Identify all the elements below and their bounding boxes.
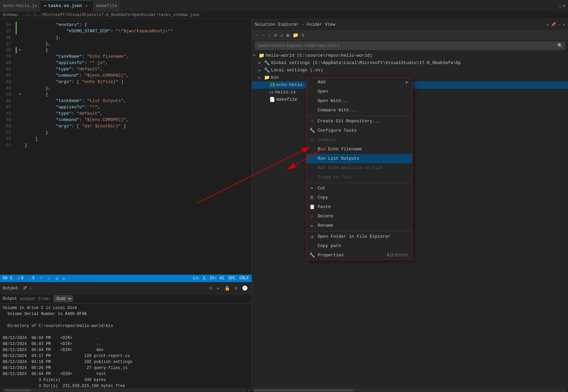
tab-tasks-vs-json[interactable]: ● tasks.vs.json ✕	[41, 0, 93, 12]
tree-arrow-hello-world: ▼	[253, 54, 257, 57]
ctx-item-open-with[interactable]: Open With...	[306, 96, 412, 106]
submenu-arrow-icon: ▶	[406, 80, 408, 85]
ctx-label: Paste	[318, 204, 408, 209]
output-panel-close[interactable]: ✕	[30, 286, 32, 290]
ctx-label: Copy path	[318, 243, 408, 248]
scroll-right-btn[interactable]: ▷	[247, 388, 252, 392]
ctx-item-properties[interactable]: 🔧 Properties Alt+Enter	[306, 251, 412, 260]
output-body: Volume in drive C is Local Disk Volume S…	[0, 304, 252, 388]
output-panel-pin[interactable]: 📌	[22, 286, 27, 290]
horizontal-scrollbar[interactable]: ▷	[0, 388, 252, 392]
tree-item-global-settings[interactable]: ▶ 🔧 Global settings (C:\AppData\Local\Mi…	[252, 59, 568, 67]
error-count[interactable]: ⊗ 0	[18, 276, 23, 281]
warning-count[interactable]: ⚠ 5	[29, 276, 34, 281]
tab-label: makefile	[96, 3, 117, 8]
ctx-label: Configure Tasks	[318, 128, 408, 133]
ctx-label: Cut	[318, 186, 408, 191]
solution-explorer-search[interactable]: 🔍	[255, 41, 565, 50]
line-ending: CRLF	[239, 276, 249, 281]
tree-arrow-global: ▶	[259, 61, 263, 65]
ctx-item-copy-path[interactable]: Copy path	[306, 241, 412, 251]
ctx-label: Scope to This	[318, 175, 408, 180]
se-settings-icon[interactable]: ⚙	[301, 32, 305, 39]
se-folder-view-icon[interactable]: 📁	[292, 32, 299, 39]
ctx-item-create-git[interactable]: ⑂ Create Git Repository...	[306, 117, 412, 126]
tab-makefile[interactable]: makefile	[93, 0, 121, 12]
warning-icon: ⚠	[29, 276, 31, 281]
code-editor: 34 "envVars": { 35 "VSCMD_START_DIR": "\…	[0, 19, 252, 275]
tab-list-icon[interactable]: ⌄	[559, 3, 561, 8]
ctx-item-open[interactable]: Open	[306, 87, 412, 96]
output-wrap-icon[interactable]: ⇌	[215, 285, 221, 292]
ctx-item-cut[interactable]: ✂ Cut	[306, 184, 412, 193]
ctx-item-add[interactable]: Add ▶	[306, 78, 412, 87]
ctx-item-rename[interactable]: ✏ Rename	[306, 221, 412, 230]
collapse-icon[interactable]: ◁	[55, 276, 58, 281]
settings-icon: 🔧	[264, 60, 270, 66]
code-line-37: 37 },	[0, 41, 252, 47]
tab-actions: ⌄ ⚙	[556, 3, 568, 8]
se-collapse-icon[interactable]: ▣	[285, 32, 290, 39]
ctx-item-scope-to-this: Scope to This	[306, 173, 412, 182]
solution-explorer-search-input[interactable]	[257, 43, 556, 48]
se-back-icon[interactable]: ←	[255, 32, 259, 38]
code-line-40: 40 "appliesTo": "*.js",	[0, 60, 252, 66]
output-clear-icon[interactable]: ⊘	[208, 285, 213, 292]
ctx-item-compare-with[interactable]: Compare With...	[306, 106, 412, 115]
ctx-item-run-echo[interactable]: Run Echo filename	[306, 145, 412, 154]
ctx-label: Open Folder in File Explorer	[318, 234, 408, 239]
folder-icon: 📁	[259, 53, 264, 58]
ctx-item-delete[interactable]: ✕ Delete	[306, 212, 412, 221]
error-icon: ⊗	[18, 276, 20, 281]
cut-icon: ✂	[309, 185, 315, 191]
tab-settings-icon[interactable]: ⚙	[563, 3, 565, 8]
se-pin-icon[interactable]: 📌	[551, 22, 556, 27]
code-line-53: 53 }	[0, 142, 252, 148]
output-clock-icon[interactable]: 🕐	[241, 285, 249, 292]
output-content: Volume in drive C is Local Disk Volume S…	[3, 305, 249, 388]
expand-icon[interactable]: ▷	[63, 276, 65, 281]
scroll-up-icon[interactable]: ↑	[40, 276, 42, 281]
tab-echo-hello-js[interactable]: echo-hello.js	[0, 0, 41, 12]
ctx-item-run-list-outputs[interactable]: Run List Outputs	[306, 154, 412, 163]
code-line-47: 47 "appliesTo": "*",	[0, 104, 252, 110]
output-source-dropdown[interactable]: Build	[54, 295, 73, 302]
se-sync-icon[interactable]: ⊞	[273, 32, 278, 39]
ctx-item-copy[interactable]: ⎘ Copy	[306, 193, 412, 202]
code-line-50: 50 "args": [ "dir ${outDir}" ]	[0, 123, 252, 129]
ctx-label: Rename	[318, 223, 408, 228]
code-line-43: 43 "args": [ "echo ${file}" ]	[0, 79, 252, 85]
se-horizontal-scrollbar[interactable]	[252, 388, 568, 392]
ctx-item-open-folder-explorer[interactable]: ↺ Open Folder in File Explorer	[306, 232, 412, 241]
se-forward-icon[interactable]: →	[261, 32, 265, 38]
se-minimize-icon[interactable]: —	[558, 22, 561, 27]
output-lock-icon[interactable]: 🔒	[223, 285, 231, 292]
output-settings-icon[interactable]: ⚙	[233, 285, 239, 292]
code-line-45: 45 ▼ {	[0, 91, 252, 98]
ctx-item-paste[interactable]: 📋 Paste	[306, 202, 412, 212]
line-col: Ln: 3, Ch: 41	[193, 276, 224, 281]
bin-folder-icon: 📁	[264, 75, 270, 80]
cs-file-icon: C#	[269, 90, 274, 94]
zoom-level[interactable]: 90 %	[3, 276, 12, 281]
se-home-icon[interactable]: ⌂	[267, 32, 272, 38]
ctx-label: Copy	[318, 195, 408, 200]
code-line-49: 49 "command": "${env.COMSPEC}",	[0, 117, 252, 123]
tree-item-local-settings[interactable]: ▶ 🔧 Local settings (.vs)	[252, 67, 568, 74]
tab-label: tasks.vs.json	[48, 3, 82, 8]
ctx-item-configure-tasks[interactable]: 🔧 Configure Tasks	[306, 126, 412, 135]
paste-icon: 📋	[309, 204, 315, 210]
tree-item-hello-world[interactable]: ▼ 📁 hello-world (C:\source\repos\hello-w…	[252, 52, 568, 59]
ctx-label: Add	[318, 80, 403, 85]
se-close-icon[interactable]: ✕	[563, 22, 565, 27]
ctx-item-run-code-analysis: Run Code Analysis on File	[306, 163, 412, 173]
se-refresh-icon[interactable]: ↺	[279, 32, 284, 39]
solution-explorer-title: Solution Explorer - Folder View	[255, 22, 545, 27]
git-icon: ⑂	[309, 119, 315, 124]
tab-close-button[interactable]: ✕	[84, 3, 89, 9]
se-refresh-icon[interactable]: ↺	[546, 22, 549, 27]
output-panel: Output 📌 ✕ ⊘ ⇌ 🔒 ⚙ 🕐 Output output from:	[0, 282, 252, 392]
scroll-down-icon[interactable]: ↓	[48, 276, 50, 281]
ctx-label: Properties	[318, 253, 379, 258]
compile-icon: ⊡	[309, 137, 315, 143]
